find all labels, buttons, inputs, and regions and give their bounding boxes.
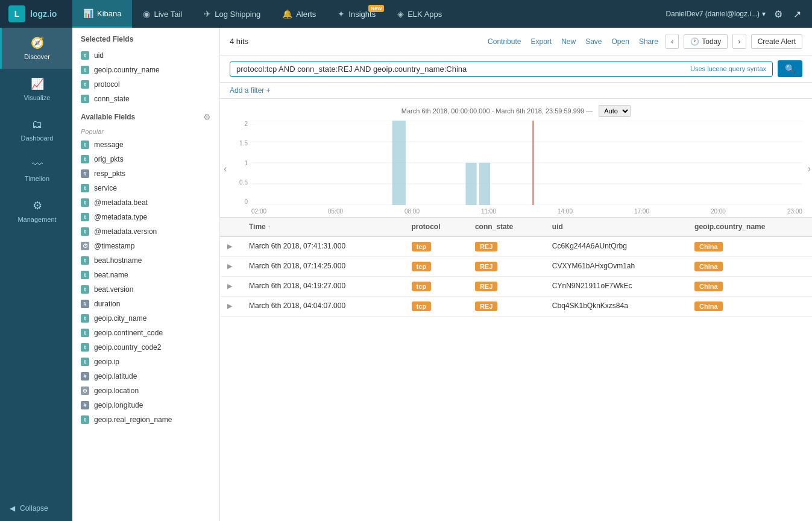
field-name-geoip-longitude: geoip.longitude <box>94 401 143 409</box>
field-item-geoip-country-code2[interactable]: t geoip.country_code2 <box>72 340 219 355</box>
open-button[interactable]: Open <box>609 36 632 47</box>
nav-item-insights[interactable]: ✦ Insights New <box>327 0 386 28</box>
sidebar-item-dashboard[interactable]: 🗂 Dashboard <box>0 110 72 150</box>
expand-arrow-4[interactable]: ▶ <box>227 302 234 309</box>
field-sidebar: Selected Fields t uid t geoip.country_na… <box>72 28 220 521</box>
field-item-geoip-longitude[interactable]: # geoip.longitude <box>72 398 219 412</box>
field-type-service: t <box>81 184 89 192</box>
field-item-orig-pkts[interactable]: t orig_pkts <box>72 152 219 166</box>
protocol-badge-3: tcp <box>412 282 432 291</box>
logo-icon: L <box>8 5 25 22</box>
field-item-beat-name[interactable]: t beat.name <box>72 268 219 282</box>
main-layout: 🧭 Discover 📈 Visualize 🗂 Dashboard 〰 Tim… <box>0 28 812 521</box>
clock-icon: 🕐 <box>690 37 699 46</box>
time-forward-button[interactable]: › <box>732 34 746 49</box>
th-protocol[interactable]: protocol <box>404 218 468 236</box>
conn-state-badge-3: REJ <box>475 282 497 291</box>
logo-text: logz.io <box>30 9 57 19</box>
search-button[interactable]: 🔍 <box>778 60 802 77</box>
conn-state-badge-2: REJ <box>475 262 497 271</box>
cell-country-2: China <box>687 257 812 277</box>
expand-arrow-3[interactable]: ▶ <box>227 282 234 289</box>
field-item-geoip-latitude[interactable]: # geoip.latitude <box>72 369 219 384</box>
field-item-service[interactable]: t service <box>72 181 219 195</box>
field-item-geoip-continent[interactable]: t geoip.continent_code <box>72 326 219 340</box>
protocol-badge-4: tcp <box>412 302 432 311</box>
search-input[interactable] <box>236 65 690 74</box>
share-button[interactable]: Share <box>637 36 661 47</box>
expand-arrow-2[interactable]: ▶ <box>227 262 234 270</box>
x-label-1100: 11:00 <box>481 208 496 215</box>
nav-label-kibana: Kibana <box>97 9 121 18</box>
cell-country-3: China <box>687 277 812 297</box>
field-settings-icon[interactable]: ⚙ <box>203 112 211 122</box>
settings-icon[interactable]: ⚙ <box>772 6 785 22</box>
collapse-icon: ◀ <box>10 504 15 513</box>
field-item-resp-pkts[interactable]: # resp_pkts <box>72 166 219 181</box>
field-item-metadata-beat[interactable]: t @metadata.beat <box>72 195 219 210</box>
nav-item-livetail[interactable]: ◉ Live Tail <box>132 0 193 28</box>
chart-area: March 6th 2018, 00:00:00.000 - March 6th… <box>220 99 812 218</box>
field-item-geoip-city[interactable]: t geoip.city_name <box>72 311 219 326</box>
field-item-message[interactable]: t message <box>72 137 219 152</box>
nav-item-elkapps[interactable]: ◈ ELK Apps <box>386 0 453 28</box>
chart-collapse-left-icon[interactable]: ‹ <box>224 163 227 174</box>
logo[interactable]: L logz.io <box>0 0 72 28</box>
th-conn-state[interactable]: conn_state <box>468 218 545 236</box>
field-item-conn-state[interactable]: t conn_state <box>72 92 219 106</box>
country-badge-4: China <box>694 302 723 311</box>
field-type-geoip-longitude: # <box>81 401 89 409</box>
field-name-metadata-beat: @metadata.beat <box>94 198 148 207</box>
sidebar-item-visualize[interactable]: 📈 Visualize <box>0 69 72 110</box>
field-item-geoip-location[interactable]: ⊙ geoip.location <box>72 384 219 398</box>
field-item-duration[interactable]: # duration <box>72 297 219 311</box>
field-item-geoip-country[interactable]: t geoip.country_name <box>72 63 219 77</box>
user-info[interactable]: DanielDev7 (daniel@logz.i...) ▾ <box>666 10 766 18</box>
field-name-service: service <box>94 184 117 192</box>
field-name-orig-pkts: orig_pkts <box>94 155 124 163</box>
chart-collapse-right-icon[interactable]: › <box>808 163 811 174</box>
nav-item-kibana[interactable]: 📊 Kibana <box>72 0 132 28</box>
chart-interval-select[interactable]: Auto <box>599 105 631 117</box>
external-link-icon[interactable]: ↗ <box>791 6 804 22</box>
nav-item-alerts[interactable]: 🔔 Alerts <box>271 0 327 28</box>
cell-country-4: China <box>687 297 812 317</box>
export-button[interactable]: Export <box>528 36 554 47</box>
today-button[interactable]: 🕐 Today <box>684 34 728 49</box>
field-name-geoip-real-region: geoip.real_region_name <box>94 415 172 424</box>
cell-conn-state-1: REJ <box>468 236 545 257</box>
nav-item-logshipping[interactable]: ✈ Log Shipping <box>193 0 271 28</box>
th-geoip-country[interactable]: geoip.country_name <box>687 218 812 236</box>
add-filter-button[interactable]: Add a filter + <box>220 83 812 99</box>
field-item-uid[interactable]: t uid <box>72 48 219 63</box>
field-type-protocol: t <box>81 80 89 89</box>
field-item-metadata-type[interactable]: t @metadata.type <box>72 210 219 224</box>
time-back-button[interactable]: ‹ <box>666 34 679 49</box>
field-name-duration: duration <box>94 300 120 308</box>
results-table: Time ↑ protocol conn_state uid geoip.cou… <box>220 218 812 317</box>
expand-arrow-1[interactable]: ▶ <box>227 242 234 250</box>
th-uid[interactable]: uid <box>545 218 687 236</box>
field-item-geoip-real-region[interactable]: t geoip.real_region_name <box>72 412 219 427</box>
th-time[interactable]: Time ↑ <box>242 218 404 236</box>
save-button[interactable]: Save <box>583 36 604 47</box>
country-badge-3: China <box>694 282 723 291</box>
sidebar-item-timelion[interactable]: 〰 Timelion <box>0 150 72 191</box>
field-name-geoip-ip: geoip.ip <box>94 358 119 366</box>
field-item-geoip-ip[interactable]: t geoip.ip <box>72 355 219 369</box>
field-item-beat-hostname[interactable]: t beat.hostname <box>72 253 219 268</box>
sidebar-item-discover[interactable]: 🧭 Discover <box>0 28 72 69</box>
field-item-protocol[interactable]: t protocol <box>72 77 219 92</box>
contribute-button[interactable]: Contribute <box>485 36 523 47</box>
new-button[interactable]: New <box>559 36 578 47</box>
x-label-1400: 14:00 <box>558 208 573 215</box>
field-item-beat-version[interactable]: t beat.version <box>72 282 219 297</box>
create-alert-button[interactable]: Create Alert <box>751 34 802 49</box>
lucene-link[interactable]: Uses lucene query syntax <box>690 65 766 72</box>
svg-rect-7 <box>479 163 490 205</box>
field-item-metadata-version[interactable]: t @metadata.version <box>72 224 219 239</box>
collapse-button[interactable]: ◀ Collapse <box>0 496 72 521</box>
field-item-timestamp[interactable]: ⏱ @timestamp <box>72 239 219 253</box>
sidebar-item-management[interactable]: ⚙ Management <box>0 191 72 232</box>
search-input-wrap: Uses lucene query syntax <box>230 62 773 77</box>
